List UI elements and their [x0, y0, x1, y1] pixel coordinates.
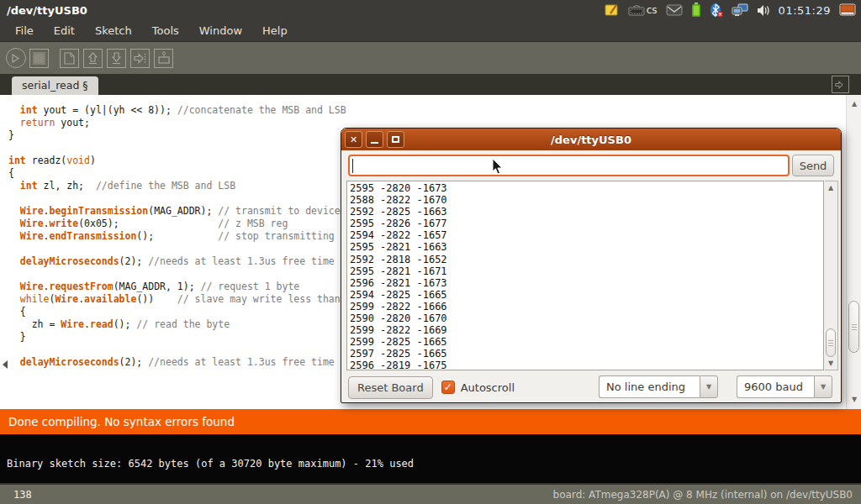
window-title: /dev/ttyUSB0 [341, 134, 841, 146]
mail-icon[interactable] [666, 2, 683, 18]
serial-line: 2596 -2819 -1675 [350, 360, 823, 370]
status-footer: 138 board: ATmega328P(A) @ 8 MHz (intern… [0, 483, 861, 504]
console-output: Binary sketch size: 6542 bytes (of a 307… [0, 434, 861, 483]
verify-button[interactable] [5, 48, 26, 69]
serial-input[interactable] [348, 155, 790, 176]
clock[interactable]: 01:51:29 [779, 2, 831, 18]
board-info: board: ATmega328P(A) @ 8 MHz (internal) … [553, 489, 853, 501]
editor-scroll-thumb[interactable] [848, 301, 859, 353]
notes-icon[interactable] [605, 2, 620, 18]
line-ending-value: No line ending [599, 375, 700, 398]
session-icon[interactable] [839, 2, 856, 18]
editor-scrollbar[interactable]: ▲ ▼ [846, 95, 861, 409]
keyboard-layout-icon[interactable]: cs [628, 2, 658, 18]
autoscroll-checkbox[interactable]: ✓ [441, 381, 455, 394]
save-sketch-button[interactable] [106, 48, 127, 69]
serial-monitor-window: /dev/ttyUSB0 ✕ Send 2595 -2820 -16732588… [341, 128, 842, 403]
mouse-cursor [492, 158, 504, 176]
close-icon[interactable]: ✕ [345, 131, 362, 148]
baud-rate-select[interactable]: 9600 baud ▼ [737, 375, 832, 398]
tab-bar: serial_read § [0, 74, 861, 95]
scroll-down-icon[interactable]: ▼ [825, 360, 837, 368]
chevron-down-icon[interactable]: ▼ [814, 375, 832, 398]
serial-monitor-button[interactable] [153, 48, 174, 69]
scroll-up-icon[interactable]: ▲ [825, 184, 837, 192]
minimize-icon[interactable] [366, 131, 383, 148]
send-button[interactable]: Send [792, 155, 834, 176]
right-arrow-icon [130, 49, 150, 68]
compile-status-message: Done compiling. No syntax errors found [8, 415, 235, 428]
verify-icon [6, 48, 26, 68]
serial-line: 2599 -2825 -1665 [350, 336, 823, 348]
new-file-icon [60, 49, 79, 68]
serial-line: 2594 -2822 -1657 [350, 229, 823, 241]
serial-line: 2595 -2820 -1673 [350, 182, 823, 194]
serial-line: 2588 -2822 -1670 [350, 194, 823, 206]
reset-board-button[interactable]: Reset Board [348, 376, 433, 399]
serial-line: 2592 -2825 -1663 [350, 206, 823, 218]
down-arrow-icon [107, 49, 126, 68]
open-sketch-button[interactable] [82, 48, 103, 69]
system-tray: cs 01:51:29 [605, 2, 861, 18]
console-text: Binary sketch size: 6542 bytes (of a 307… [7, 458, 414, 470]
scroll-up-icon[interactable]: ▲ [847, 100, 861, 108]
serial-line: 2595 -2826 -1677 [350, 218, 823, 229]
menu-edit[interactable]: Edit [45, 22, 83, 39]
up-arrow-icon [83, 49, 103, 68]
serial-scroll-thumb[interactable] [826, 328, 836, 357]
stop-button[interactable] [29, 48, 50, 69]
menu-bar: FileEditSketchToolsWindowHelp [0, 20, 861, 42]
serial-line: 2595 -2821 -1663 [350, 241, 823, 253]
line-ending-select[interactable]: No line ending ▼ [599, 375, 718, 398]
cursor-line-number: 138 [13, 489, 32, 501]
text-caret [352, 159, 353, 173]
code-line: int yout = (yl|(yh << 8)); //concatenate… [8, 104, 846, 117]
serial-line: 2592 -2818 -1652 [350, 254, 823, 265]
serial-line: 2597 -2825 -1665 [350, 348, 823, 360]
serial-scrollbar[interactable]: ▲ ▼ [825, 181, 838, 370]
menu-window[interactable]: Window [191, 22, 251, 39]
serial-line: 2599 -2822 -1669 [350, 324, 823, 336]
serial-line: 2594 -2825 -1665 [350, 289, 823, 301]
serial-output[interactable]: 2595 -2820 -16732588 -2822 -16702592 -28… [346, 181, 824, 370]
network-icon[interactable] [732, 2, 748, 18]
menu-sketch[interactable]: Sketch [87, 22, 140, 39]
menu-tools[interactable]: Tools [144, 22, 188, 39]
compile-status-bar: Done compiling. No syntax errors found [0, 409, 861, 434]
menu-help[interactable]: Help [254, 22, 296, 39]
scroll-down-icon[interactable]: ▼ [847, 396, 861, 404]
tab-serial-read[interactable]: serial_read § [12, 76, 98, 95]
serial-monitor-icon [154, 49, 173, 68]
battery-icon[interactable] [691, 2, 701, 18]
keyboard-layout-label: cs [647, 4, 658, 16]
menu-file[interactable]: File [7, 22, 42, 39]
top-panel: /dev/ttyUSB0 cs 01:5 [0, 0, 861, 20]
baud-rate-value: 9600 baud [737, 375, 814, 398]
bluetooth-icon[interactable] [710, 2, 723, 18]
volume-icon[interactable] [757, 2, 770, 18]
ide-toolbar [0, 42, 861, 74]
serial-line: 2599 -2822 -1666 [350, 301, 823, 312]
serial-line: 2595 -2821 -1671 [350, 265, 823, 277]
serial-line: 2590 -2820 -1670 [350, 312, 823, 324]
serial-monitor-toggle-icon[interactable] [832, 76, 849, 93]
autoscroll-label: Autoscroll [461, 381, 515, 394]
chevron-down-icon[interactable]: ▼ [700, 375, 718, 398]
serial-monitor-controls: Reset Board ✓ Autoscroll No line ending … [341, 372, 841, 402]
window-titlebar[interactable]: /dev/ttyUSB0 ✕ [341, 129, 841, 150]
stop-icon [29, 49, 49, 68]
maximize-icon[interactable] [387, 131, 404, 148]
active-window-title: /dev/ttyUSB0 [0, 4, 605, 17]
new-sketch-button[interactable] [59, 48, 80, 69]
upload-button[interactable] [129, 48, 151, 69]
h-scroll-left-arrow[interactable] [3, 360, 8, 369]
serial-line: 2596 -2821 -1673 [350, 277, 823, 289]
